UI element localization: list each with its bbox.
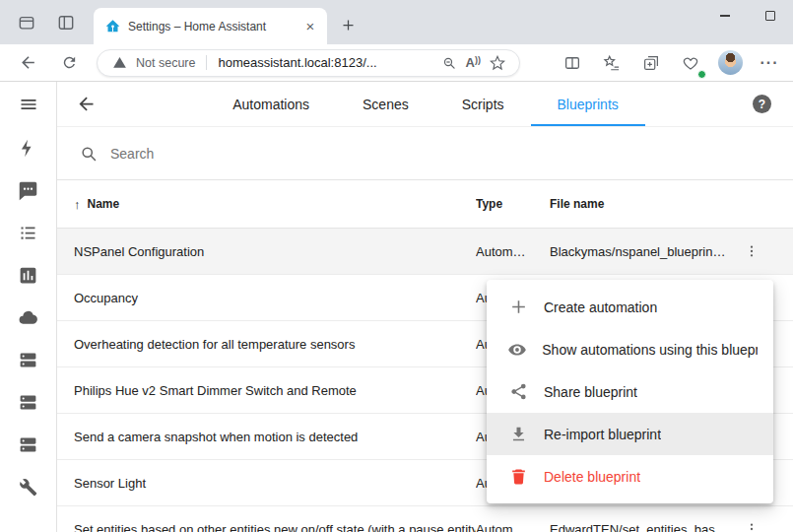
tab-scripts[interactable]: Scripts <box>435 82 531 126</box>
collections-icon[interactable] <box>637 49 665 77</box>
back-icon[interactable] <box>14 49 41 77</box>
search-input[interactable] <box>110 146 504 162</box>
menu-item-delete-blueprint[interactable]: Delete blueprint <box>487 455 773 498</box>
row-overflow-menu-icon[interactable] <box>744 229 760 274</box>
row-name: Overheating detection for all temperatur… <box>57 337 476 352</box>
ha-sidebar <box>0 82 57 532</box>
sort-ascending-icon: ↑ <box>74 197 81 212</box>
favorite-star-icon[interactable] <box>488 53 507 73</box>
row-name: Set entities based on other entities new… <box>57 522 476 532</box>
menu-item-label: Create automation <box>544 299 657 315</box>
menu-item-label: Delete blueprint <box>544 469 640 485</box>
plus-icon <box>506 298 530 316</box>
server-stack-icon <box>18 434 38 455</box>
sidebar-menu-icon[interactable] <box>0 82 56 127</box>
row-name: Sensor Light <box>57 476 476 491</box>
browser-essentials-icon[interactable] <box>677 49 704 77</box>
server-stack-icon <box>18 392 38 413</box>
menu-item-reimport-blueprint[interactable]: Re-import blueprint <box>487 413 773 455</box>
row-overflow-menu-icon[interactable] <box>744 506 760 532</box>
ha-tab-bar: Automations Scenes Scripts Blueprints <box>99 82 753 126</box>
menu-item-label: Show automations using this blueprint <box>542 342 758 358</box>
sidebar-item-cloud[interactable] <box>0 297 56 339</box>
wrench-icon <box>18 477 38 498</box>
address-bar-divider <box>206 55 207 70</box>
help-icon[interactable]: ? <box>753 95 771 113</box>
column-header-file[interactable]: File name <box>550 197 747 211</box>
sidebar-item-assist[interactable] <box>0 169 56 212</box>
row-name: Send a camera snapshot when motion is de… <box>57 430 476 444</box>
home-assistant-favicon <box>105 19 120 33</box>
sidebar-item-server-2[interactable] <box>0 381 56 424</box>
column-header-name[interactable]: ↑ Name <box>57 197 476 212</box>
sidebar-item-history[interactable] <box>0 254 56 297</box>
table-row[interactable]: NSPanel Configuration Autom… Blackymas/n… <box>57 229 793 275</box>
tab-strip-left <box>0 10 79 35</box>
menu-item-share-blueprint[interactable]: Share blueprint <box>487 370 773 413</box>
menu-item-label: Re-import blueprint <box>544 427 661 442</box>
row-file: EdwardTEN/set_entities_bas… <box>550 522 747 532</box>
sidebar-item-energy[interactable] <box>0 127 56 169</box>
workspaces-icon[interactable] <box>14 10 39 35</box>
share-icon <box>506 382 530 401</box>
row-name: Philips Hue v2 Smart Dimmer Switch and R… <box>57 383 476 398</box>
tab-strip: Settings – Home Assistant × <box>0 0 793 44</box>
tab-title: Settings – Home Assistant <box>128 20 294 33</box>
table-header: ↑ Name Type File name <box>57 180 793 229</box>
read-aloud-icon[interactable]: A)) <box>466 55 481 70</box>
not-secure-warning-icon <box>109 53 129 73</box>
trash-icon <box>506 467 530 486</box>
browser-window: Settings – Home Assistant × Not secure h… <box>0 0 793 532</box>
sidebar-item-todo[interactable] <box>0 212 56 254</box>
tab-scenes[interactable]: Scenes <box>336 82 435 126</box>
window-controls <box>702 0 793 32</box>
search-bar[interactable] <box>57 127 793 180</box>
address-bar[interactable]: Not secure homeassistant.local:8123/... … <box>97 49 520 77</box>
column-header-type[interactable]: Type <box>476 197 550 211</box>
column-name-label: Name <box>88 197 120 211</box>
sidebar-item-server-3[interactable] <box>0 424 56 466</box>
chart-icon <box>18 265 38 286</box>
row-file: Blackymas/nspanel_blueprin… <box>550 244 747 259</box>
ha-header: Automations Scenes Scripts Blueprints ? <box>57 82 793 127</box>
chat-icon <box>18 180 38 201</box>
split-screen-icon[interactable] <box>559 49 586 77</box>
row-name: Occupancy <box>57 291 476 305</box>
url-text[interactable]: homeassistant.local:8123/... <box>218 55 376 70</box>
favorites-hub-icon[interactable] <box>598 49 626 77</box>
menu-item-label: Share blueprint <box>544 384 637 400</box>
tab-close-icon[interactable]: × <box>301 18 319 35</box>
ha-back-icon[interactable] <box>73 92 99 117</box>
tab-blueprints[interactable]: Blueprints <box>531 82 645 126</box>
search-icon <box>79 144 99 164</box>
table-row[interactable]: Set entities based on other entities new… <box>57 506 793 532</box>
browser-toolbar: Not secure homeassistant.local:8123/... … <box>0 44 793 82</box>
list-icon <box>18 223 38 243</box>
lightning-bolt-icon <box>18 138 38 159</box>
eye-icon <box>506 340 528 360</box>
server-stack-icon <box>18 350 38 370</box>
row-type: Autom… <box>476 522 550 532</box>
browser-tab[interactable]: Settings – Home Assistant × <box>94 8 327 44</box>
menu-item-show-automations[interactable]: Show automations using this blueprint <box>487 328 773 370</box>
download-icon <box>506 425 530 443</box>
sidebar-item-server-1[interactable] <box>0 339 56 381</box>
tab-automations[interactable]: Automations <box>206 82 336 126</box>
menu-item-create-automation[interactable]: Create automation <box>487 286 773 328</box>
zoom-out-icon[interactable] <box>439 53 459 73</box>
maximize-button[interactable] <box>748 0 793 32</box>
tab-actions-icon[interactable] <box>53 10 79 35</box>
toolbar-right: ··· <box>559 49 793 77</box>
new-tab-icon[interactable] <box>335 12 361 37</box>
row-name: NSPanel Configuration <box>57 244 476 259</box>
essentials-status-dot <box>697 70 706 79</box>
refresh-icon[interactable] <box>55 49 83 77</box>
security-label[interactable]: Not secure <box>136 56 195 70</box>
cloud-icon <box>18 307 38 328</box>
row-type: Autom… <box>476 244 550 259</box>
minimize-button[interactable] <box>702 0 748 32</box>
profile-avatar[interactable] <box>716 49 744 77</box>
sidebar-item-developer-tools[interactable] <box>0 466 56 508</box>
context-menu: Create automation Show automations using… <box>487 280 773 503</box>
settings-more-icon[interactable]: ··· <box>756 49 783 77</box>
